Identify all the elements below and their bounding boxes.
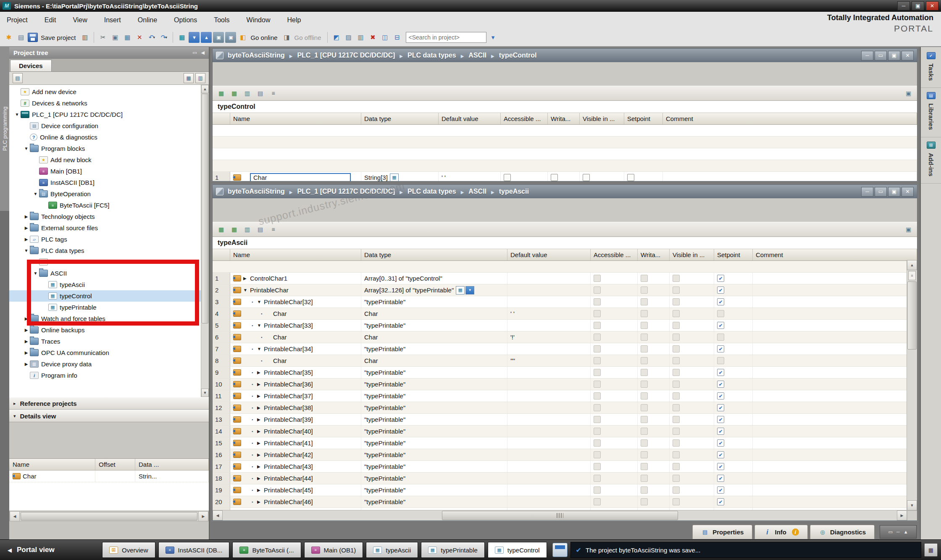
comment-cell[interactable] bbox=[753, 367, 917, 378]
setpoint-checkbox[interactable] bbox=[717, 287, 724, 294]
properties-button[interactable]: ▤ Properties bbox=[692, 525, 752, 539]
tree-item[interactable]: Devices & networks bbox=[9, 97, 209, 109]
setpoint-checkbox[interactable] bbox=[717, 381, 724, 388]
taskbar-editor-button[interactable]: InstASCII (DB... bbox=[158, 542, 230, 558]
writable-checkbox[interactable] bbox=[641, 298, 648, 305]
datatype-cell[interactable]: Char bbox=[361, 331, 507, 343]
accessible-checkbox[interactable] bbox=[594, 498, 601, 505]
accessible-cell[interactable] bbox=[591, 426, 638, 437]
default-value-cell[interactable] bbox=[507, 496, 591, 507]
default-value-cell[interactable] bbox=[507, 296, 591, 308]
breadcrumb-item[interactable]: byteToAsciiString bbox=[228, 188, 285, 195]
datatype-cell[interactable]: "typePrintable" bbox=[361, 437, 507, 449]
editor-minimize-icon[interactable]: ─ bbox=[861, 187, 873, 197]
accessible-cell[interactable] bbox=[591, 284, 638, 296]
comment-cell[interactable] bbox=[753, 355, 917, 366]
editor-float-icon[interactable]: ▭ bbox=[875, 187, 887, 197]
writable-checkbox[interactable] bbox=[641, 357, 648, 364]
visible-checkbox[interactable] bbox=[673, 322, 680, 329]
window-maximize-button[interactable]: ▣ bbox=[912, 1, 924, 11]
table-row[interactable]: 20 PrintableChar[46] bbox=[213, 496, 917, 508]
menu-item[interactable]: View bbox=[73, 16, 87, 24]
writable-checkbox[interactable] bbox=[641, 334, 648, 341]
accessible-cell[interactable] bbox=[591, 355, 638, 366]
accessible-checkbox[interactable] bbox=[594, 334, 601, 341]
accessible-cell[interactable] bbox=[591, 331, 638, 343]
paste-icon[interactable]: ▦ bbox=[122, 32, 133, 43]
name-cell[interactable]: PrintableChar[44] bbox=[264, 475, 313, 482]
breadcrumb-item[interactable]: typeControl bbox=[486, 52, 536, 59]
save-project-button[interactable] bbox=[28, 32, 39, 43]
writable-checkbox[interactable] bbox=[641, 381, 648, 388]
name-cell[interactable]: Char bbox=[273, 310, 287, 317]
accessible-checkbox[interactable] bbox=[594, 357, 601, 364]
tree-item[interactable]: Online & diagnostics bbox=[9, 131, 209, 143]
writable-cell[interactable] bbox=[638, 367, 670, 378]
visible-checkbox[interactable] bbox=[673, 381, 680, 388]
type-dropdown-button[interactable] bbox=[465, 286, 474, 294]
tree-item[interactable]: External source files bbox=[9, 222, 209, 234]
save-project-label[interactable]: Save project bbox=[41, 34, 76, 41]
datatype-cell[interactable]: Array[32..126] of "typePrintable" bbox=[361, 284, 507, 296]
visible-cell[interactable] bbox=[670, 343, 714, 355]
tree-item[interactable]: Main [OB1] bbox=[9, 166, 209, 177]
setpoint-checkbox[interactable] bbox=[717, 357, 724, 364]
visible-checkbox[interactable] bbox=[673, 475, 680, 482]
default-value-cell[interactable]: ' ' bbox=[507, 308, 591, 319]
writable-cell[interactable] bbox=[638, 496, 670, 507]
table-row[interactable]: 4 Char Char bbox=[213, 308, 917, 320]
comment-cell[interactable] bbox=[753, 496, 917, 507]
visible-checkbox[interactable] bbox=[673, 298, 680, 305]
editor-close-icon[interactable]: ✕ bbox=[902, 187, 914, 197]
expand-arrow-icon[interactable] bbox=[257, 488, 264, 492]
name-cell[interactable]: PrintableChar[45] bbox=[264, 486, 313, 494]
accessible-checkbox[interactable] bbox=[594, 486, 601, 494]
writable-cell[interactable] bbox=[638, 461, 670, 472]
comment-cell[interactable] bbox=[753, 379, 917, 390]
table-row[interactable]: 2 PrintableChar bbox=[213, 284, 917, 296]
accessible-cell[interactable] bbox=[591, 414, 638, 425]
writable-cell[interactable] bbox=[638, 426, 670, 437]
datatype-cell[interactable]: "typePrintable" bbox=[361, 496, 507, 507]
table-row[interactable]: 14 PrintableChar[40] bbox=[213, 426, 917, 437]
undo-icon[interactable]: ↶▾ bbox=[146, 32, 157, 43]
name-cell[interactable]: Char bbox=[273, 357, 287, 364]
accessible-checkbox[interactable] bbox=[594, 416, 601, 423]
default-value-cell[interactable] bbox=[507, 284, 591, 296]
setpoint-cell[interactable] bbox=[714, 355, 753, 366]
table-row[interactable]: 10 PrintableChar[36] bbox=[213, 379, 917, 390]
visible-cell[interactable] bbox=[580, 172, 624, 181]
scroll-down-icon[interactable]: ▼ bbox=[201, 389, 209, 397]
scroll-thumb[interactable] bbox=[442, 511, 678, 520]
default-value-cell[interactable] bbox=[507, 390, 591, 402]
tree-vertical-scrollbar[interactable]: ▲ ▼ bbox=[201, 85, 209, 397]
accessible-checkbox[interactable] bbox=[594, 345, 601, 352]
datatype-cell[interactable]: "typePrintable" bbox=[361, 343, 507, 355]
setpoint-checkbox[interactable] bbox=[717, 322, 724, 329]
empty-row[interactable] bbox=[213, 137, 917, 148]
accessible-cell[interactable] bbox=[591, 343, 638, 355]
tree-item[interactable]: PLC data types bbox=[9, 245, 209, 256]
add-row-icon[interactable]: ▦ bbox=[229, 88, 239, 99]
table-vertical-scrollbar[interactable]: ▲ ≡ ▼ bbox=[907, 260, 917, 510]
col-setpoint[interactable]: Setpoint bbox=[714, 249, 753, 260]
stop-runtime-icon[interactable]: ✖ bbox=[368, 32, 379, 43]
writable-cell[interactable] bbox=[638, 320, 670, 331]
writable-cell[interactable] bbox=[638, 284, 670, 296]
writable-cell[interactable] bbox=[638, 437, 670, 449]
breadcrumb-item[interactable]: PLC data types bbox=[395, 188, 456, 195]
table-row[interactable]: 5 PrintableChar[33] bbox=[213, 320, 917, 331]
tree-item[interactable]: Technology objects bbox=[9, 211, 209, 222]
add-row-icon[interactable]: ▦ bbox=[229, 224, 239, 235]
scroll-left-icon[interactable]: ◀ bbox=[213, 510, 223, 521]
accessible-cell[interactable] bbox=[591, 437, 638, 449]
visible-checkbox[interactable] bbox=[673, 451, 680, 458]
writable-checkbox[interactable] bbox=[641, 463, 648, 470]
tree-item[interactable]: Add new block bbox=[9, 154, 209, 166]
menu-item[interactable]: Project bbox=[7, 16, 28, 24]
setpoint-cell[interactable] bbox=[714, 414, 753, 425]
copy-icon[interactable]: ▣ bbox=[110, 32, 121, 43]
datatype-cell[interactable]: "typePrintable" bbox=[361, 379, 507, 390]
scroll-right-icon[interactable]: ▶ bbox=[897, 510, 907, 521]
setpoint-cell[interactable] bbox=[714, 379, 753, 390]
